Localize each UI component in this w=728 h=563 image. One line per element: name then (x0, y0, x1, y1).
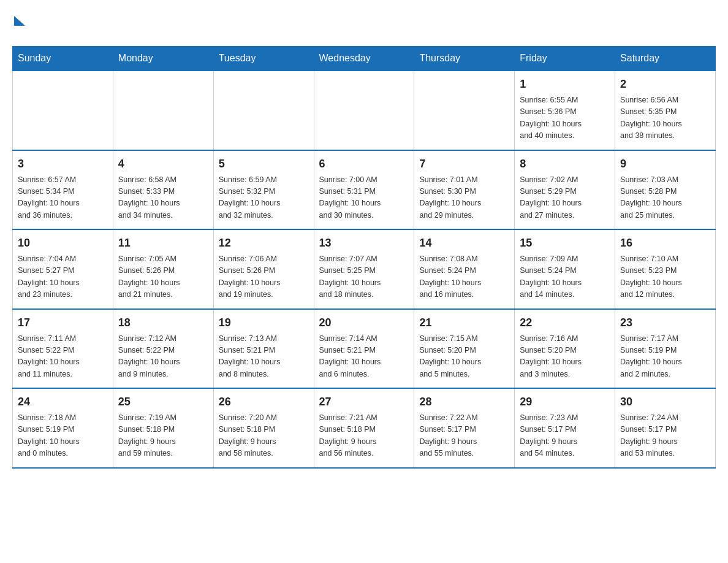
day-info: Sunrise: 7:10 AMSunset: 5:23 PMDaylight:… (620, 253, 710, 301)
day-info: Sunrise: 7:13 AMSunset: 5:21 PMDaylight:… (219, 333, 309, 381)
weekday-header-sunday: Sunday (13, 47, 113, 71)
page-header (12, 12, 716, 40)
day-number: 27 (319, 394, 409, 410)
calendar-cell: 29Sunrise: 7:23 AMSunset: 5:17 PMDayligh… (515, 388, 615, 468)
day-info: Sunrise: 7:19 AMSunset: 5:18 PMDaylight:… (118, 412, 208, 460)
calendar-cell: 16Sunrise: 7:10 AMSunset: 5:23 PMDayligh… (615, 229, 716, 309)
day-number: 9 (620, 156, 710, 172)
day-info: Sunrise: 7:17 AMSunset: 5:19 PMDaylight:… (620, 333, 710, 381)
day-info: Sunrise: 7:00 AMSunset: 5:31 PMDaylight:… (319, 174, 409, 222)
day-number: 22 (520, 315, 610, 331)
calendar-cell: 19Sunrise: 7:13 AMSunset: 5:21 PMDayligh… (213, 309, 314, 389)
day-number: 14 (419, 235, 509, 251)
calendar-cell: 2Sunrise: 6:56 AMSunset: 5:35 PMDaylight… (615, 71, 716, 150)
day-number: 1 (520, 76, 610, 93)
day-info: Sunrise: 6:56 AMSunset: 5:35 PMDaylight:… (620, 94, 710, 142)
calendar-cell: 27Sunrise: 7:21 AMSunset: 5:18 PMDayligh… (314, 388, 414, 468)
calendar-cell: 23Sunrise: 7:17 AMSunset: 5:19 PMDayligh… (615, 309, 716, 389)
day-info: Sunrise: 7:24 AMSunset: 5:17 PMDaylight:… (620, 412, 710, 460)
day-info: Sunrise: 7:12 AMSunset: 5:22 PMDaylight:… (118, 333, 208, 381)
day-info: Sunrise: 7:14 AMSunset: 5:21 PMDaylight:… (319, 333, 409, 381)
day-number: 18 (118, 315, 208, 331)
day-number: 16 (620, 235, 710, 251)
calendar-cell: 3Sunrise: 6:57 AMSunset: 5:34 PMDaylight… (13, 150, 113, 230)
calendar-table: SundayMondayTuesdayWednesdayThursdayFrid… (12, 46, 716, 469)
calendar-cell: 21Sunrise: 7:15 AMSunset: 5:20 PMDayligh… (414, 309, 515, 389)
day-info: Sunrise: 7:15 AMSunset: 5:20 PMDaylight:… (419, 333, 509, 381)
day-number: 12 (219, 235, 309, 251)
day-info: Sunrise: 7:21 AMSunset: 5:18 PMDaylight:… (319, 412, 409, 460)
weekday-header-friday: Friday (515, 47, 615, 71)
calendar-cell: 4Sunrise: 6:58 AMSunset: 5:33 PMDaylight… (113, 150, 213, 230)
day-number: 3 (18, 156, 108, 172)
day-info: Sunrise: 6:55 AMSunset: 5:36 PMDaylight:… (520, 94, 610, 142)
day-info: Sunrise: 7:11 AMSunset: 5:22 PMDaylight:… (18, 333, 108, 381)
day-number: 11 (118, 235, 208, 251)
day-number: 26 (219, 394, 309, 410)
calendar-cell (314, 71, 414, 150)
calendar-cell: 25Sunrise: 7:19 AMSunset: 5:18 PMDayligh… (113, 388, 213, 468)
calendar-cell: 17Sunrise: 7:11 AMSunset: 5:22 PMDayligh… (13, 309, 113, 389)
calendar-cell: 22Sunrise: 7:16 AMSunset: 5:20 PMDayligh… (515, 309, 615, 389)
day-info: Sunrise: 7:03 AMSunset: 5:28 PMDaylight:… (620, 174, 710, 222)
calendar-cell: 10Sunrise: 7:04 AMSunset: 5:27 PMDayligh… (13, 229, 113, 309)
weekday-header-monday: Monday (113, 47, 213, 71)
calendar-cell: 30Sunrise: 7:24 AMSunset: 5:17 PMDayligh… (615, 388, 716, 468)
calendar-cell: 20Sunrise: 7:14 AMSunset: 5:21 PMDayligh… (314, 309, 414, 389)
day-number: 25 (118, 394, 208, 410)
day-info: Sunrise: 7:02 AMSunset: 5:29 PMDaylight:… (520, 174, 610, 222)
day-info: Sunrise: 7:23 AMSunset: 5:17 PMDaylight:… (520, 412, 610, 460)
calendar-cell (113, 71, 213, 150)
day-info: Sunrise: 7:07 AMSunset: 5:25 PMDaylight:… (319, 253, 409, 301)
calendar-cell (213, 71, 314, 150)
day-number: 28 (419, 394, 509, 410)
day-number: 6 (319, 156, 409, 172)
calendar-cell: 26Sunrise: 7:20 AMSunset: 5:18 PMDayligh… (213, 388, 314, 468)
calendar-cell (13, 71, 113, 150)
day-info: Sunrise: 7:05 AMSunset: 5:26 PMDaylight:… (118, 253, 208, 301)
logo-arrow-icon (14, 16, 25, 26)
calendar-cell: 7Sunrise: 7:01 AMSunset: 5:30 PMDaylight… (414, 150, 515, 230)
weekday-header-thursday: Thursday (414, 47, 515, 71)
calendar-cell: 12Sunrise: 7:06 AMSunset: 5:26 PMDayligh… (213, 229, 314, 309)
day-number: 7 (419, 156, 509, 172)
day-number: 10 (18, 235, 108, 251)
weekday-header-tuesday: Tuesday (213, 47, 314, 71)
calendar-cell: 14Sunrise: 7:08 AMSunset: 5:24 PMDayligh… (414, 229, 515, 309)
day-info: Sunrise: 7:08 AMSunset: 5:24 PMDaylight:… (419, 253, 509, 301)
calendar-week-4: 17Sunrise: 7:11 AMSunset: 5:22 PMDayligh… (13, 309, 716, 389)
day-info: Sunrise: 7:20 AMSunset: 5:18 PMDaylight:… (219, 412, 309, 460)
day-info: Sunrise: 7:04 AMSunset: 5:27 PMDaylight:… (18, 253, 108, 301)
day-number: 29 (520, 394, 610, 410)
day-info: Sunrise: 7:16 AMSunset: 5:20 PMDaylight:… (520, 333, 610, 381)
day-info: Sunrise: 7:22 AMSunset: 5:17 PMDaylight:… (419, 412, 509, 460)
day-number: 19 (219, 315, 309, 331)
day-info: Sunrise: 7:06 AMSunset: 5:26 PMDaylight:… (219, 253, 309, 301)
day-info: Sunrise: 6:59 AMSunset: 5:32 PMDaylight:… (219, 174, 309, 222)
day-number: 23 (620, 315, 710, 331)
calendar-cell: 18Sunrise: 7:12 AMSunset: 5:22 PMDayligh… (113, 309, 213, 389)
day-info: Sunrise: 6:57 AMSunset: 5:34 PMDaylight:… (18, 174, 108, 222)
day-number: 15 (520, 235, 610, 251)
calendar-cell: 9Sunrise: 7:03 AMSunset: 5:28 PMDaylight… (615, 150, 716, 230)
calendar-week-2: 3Sunrise: 6:57 AMSunset: 5:34 PMDaylight… (13, 150, 716, 230)
logo (12, 12, 25, 40)
day-number: 13 (319, 235, 409, 251)
calendar-week-3: 10Sunrise: 7:04 AMSunset: 5:27 PMDayligh… (13, 229, 716, 309)
day-number: 5 (219, 156, 309, 172)
day-info: Sunrise: 7:09 AMSunset: 5:24 PMDaylight:… (520, 253, 610, 301)
weekday-header-wednesday: Wednesday (314, 47, 414, 71)
day-info: Sunrise: 7:18 AMSunset: 5:19 PMDaylight:… (18, 412, 108, 460)
day-info: Sunrise: 7:01 AMSunset: 5:30 PMDaylight:… (419, 174, 509, 222)
day-number: 20 (319, 315, 409, 331)
day-number: 4 (118, 156, 208, 172)
day-number: 8 (520, 156, 610, 172)
day-info: Sunrise: 6:58 AMSunset: 5:33 PMDaylight:… (118, 174, 208, 222)
day-number: 21 (419, 315, 509, 331)
calendar-cell: 1Sunrise: 6:55 AMSunset: 5:36 PMDaylight… (515, 71, 615, 150)
day-number: 30 (620, 394, 710, 410)
calendar-cell: 28Sunrise: 7:22 AMSunset: 5:17 PMDayligh… (414, 388, 515, 468)
day-number: 24 (18, 394, 108, 410)
weekday-header-saturday: Saturday (615, 47, 716, 71)
calendar-cell: 24Sunrise: 7:18 AMSunset: 5:19 PMDayligh… (13, 388, 113, 468)
